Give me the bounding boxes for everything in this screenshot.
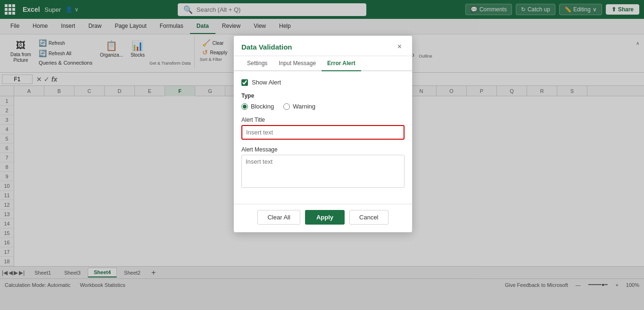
modal-tab-input-message[interactable]: Input Message bbox=[273, 56, 322, 71]
modal-close-button[interactable]: × bbox=[395, 42, 405, 52]
alert-message-input[interactable] bbox=[241, 155, 405, 188]
show-alert-label: Show Alert bbox=[252, 79, 281, 86]
show-alert-checkbox[interactable] bbox=[241, 79, 248, 86]
alert-message-label: Alert Message bbox=[241, 146, 405, 153]
alert-title-section: Alert Title bbox=[241, 117, 405, 140]
blocking-radio[interactable] bbox=[241, 103, 248, 110]
warning-radio[interactable] bbox=[283, 103, 290, 110]
modal-tab-settings[interactable]: Settings bbox=[241, 56, 273, 71]
modal-tabs: Settings Input Message Error Alert bbox=[234, 56, 412, 71]
modal-title: Data Validation bbox=[241, 43, 292, 51]
alert-title-input[interactable] bbox=[241, 125, 405, 140]
cancel-button[interactable]: Cancel bbox=[349, 210, 388, 225]
clear-all-button[interactable]: Clear All bbox=[257, 210, 300, 225]
modal-footer: Clear All Apply Cancel bbox=[234, 204, 412, 232]
data-validation-dialog: Data Validation × Settings Input Message… bbox=[233, 35, 413, 233]
modal-header: Data Validation × bbox=[234, 36, 412, 56]
modal-tab-error-alert[interactable]: Error Alert bbox=[322, 56, 361, 71]
blocking-radio-row: Blocking bbox=[241, 103, 274, 110]
blocking-label: Blocking bbox=[251, 103, 274, 110]
alert-message-section: Alert Message bbox=[241, 146, 405, 190]
alert-title-label: Alert Title bbox=[241, 117, 405, 123]
modal-overlay: Data Validation × Settings Input Message… bbox=[0, 0, 644, 310]
warning-label: Warning bbox=[293, 103, 315, 110]
show-alert-row: Show Alert bbox=[241, 79, 405, 86]
type-radio-group: Blocking Warning bbox=[241, 103, 405, 110]
modal-body: Show Alert Type Blocking Warning Alert T… bbox=[234, 71, 412, 204]
type-label: Type bbox=[241, 92, 405, 99]
apply-button[interactable]: Apply bbox=[305, 210, 345, 225]
warning-radio-row: Warning bbox=[283, 103, 315, 110]
